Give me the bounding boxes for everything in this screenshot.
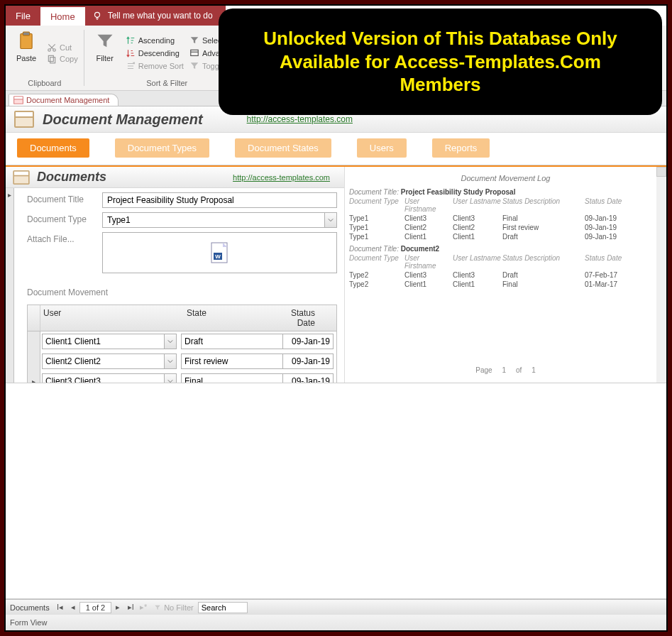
report-columns: Document TypeUser FirstnameUser Lastname…	[349, 197, 662, 213]
state-select[interactable]	[181, 353, 272, 369]
nav-last-button[interactable]: ▸I	[124, 601, 137, 614]
user-select[interactable]	[42, 373, 177, 383]
chevron-down-icon[interactable]	[324, 212, 337, 228]
svg-rect-15	[14, 171, 28, 175]
copy-icon	[47, 54, 57, 64]
form-title-icon	[14, 111, 34, 128]
tell-me-search[interactable]: Tell me what you want to do	[85, 6, 226, 26]
row-selector[interactable]: ▸	[28, 371, 40, 383]
svg-rect-7	[191, 50, 199, 55]
scroll-up-button[interactable]	[656, 167, 666, 177]
nav-filter-indicator: No Filter	[150, 603, 198, 612]
col-user[interactable]: User	[40, 305, 180, 331]
documents-icon	[13, 170, 30, 185]
form-footer-space	[6, 383, 666, 600]
form-title-link[interactable]: http://access-templates.com	[247, 114, 353, 124]
nav-counter: 1 of 2	[79, 602, 112, 613]
status-bar: Form View	[6, 615, 666, 630]
user-input[interactable]	[42, 353, 164, 369]
sort-asc-icon	[126, 35, 136, 45]
lightbulb-icon	[92, 11, 102, 21]
paste-button[interactable]: Paste	[11, 28, 41, 77]
nav-next-button[interactable]: ▸	[111, 601, 124, 614]
svg-rect-12	[16, 112, 33, 116]
attach-file-box[interactable]: W	[102, 232, 337, 273]
tell-me-label: Tell me what you want to do	[108, 11, 213, 21]
form-title: Document Management	[43, 111, 203, 128]
word-doc-icon: W	[210, 241, 230, 264]
filter-button[interactable]: Filter	[90, 28, 120, 77]
nav-tabs: Documents Document Types Document States…	[6, 133, 666, 165]
table-row: ▸	[28, 371, 336, 383]
nav-new-button[interactable]: ▸*	[137, 601, 150, 614]
remove-sort-button[interactable]: Remove Sort	[126, 61, 184, 71]
status-date-input[interactable]	[282, 334, 334, 349]
nav-prev-button[interactable]: ◂	[67, 601, 79, 614]
object-tab-document-management[interactable]: Document Management	[9, 94, 119, 106]
report-row: Type2Client3Client3Draft07-Feb-17	[349, 271, 662, 279]
nav-users[interactable]: Users	[357, 138, 407, 158]
sub-title: Documents	[37, 170, 106, 185]
user-select[interactable]	[42, 353, 177, 369]
report-row: Type2Client1Client1Final01-Mar-17	[349, 280, 662, 288]
nav-documents-label: Documents	[6, 603, 54, 612]
copy-button[interactable]: Copy	[47, 54, 78, 64]
nav-document-states[interactable]: Document States	[235, 138, 331, 158]
col-status-date[interactable]: Status Date	[270, 305, 336, 331]
documents-record-nav: Documents I◂ ◂ 1 of 2 ▸ ▸I ▸* No Filter	[6, 599, 666, 615]
chevron-down-icon[interactable]	[164, 353, 177, 369]
tab-file[interactable]: File	[6, 6, 40, 26]
form-icon	[13, 96, 23, 104]
report-title: Document Movement Log	[349, 170, 662, 184]
advanced-icon	[189, 48, 199, 58]
status-date-input[interactable]	[282, 373, 334, 383]
col-state[interactable]: State	[180, 305, 270, 331]
chevron-down-icon[interactable]	[164, 373, 177, 383]
table-row	[28, 331, 336, 351]
row-selector[interactable]	[28, 351, 40, 371]
sort-descending-button[interactable]: Descending	[126, 48, 184, 58]
status-date-input[interactable]	[282, 353, 334, 369]
nav-reports[interactable]: Reports	[432, 138, 490, 158]
clipboard-icon	[16, 31, 36, 51]
nav-documents[interactable]: Documents	[17, 138, 89, 158]
nav-document-types[interactable]: Document Types	[115, 138, 209, 158]
remove-sort-icon	[126, 61, 136, 71]
doc-type-input[interactable]	[102, 212, 324, 228]
sort-ascending-button[interactable]: Ascending	[126, 35, 184, 45]
svg-rect-2	[23, 32, 29, 35]
user-input[interactable]	[42, 334, 164, 349]
record-selector[interactable]: ▸	[6, 188, 14, 383]
selection-icon	[189, 35, 199, 45]
tab-home[interactable]: Home	[40, 6, 85, 26]
user-input[interactable]	[42, 373, 164, 383]
nav-search-input[interactable]	[198, 602, 248, 613]
report-panel: Document Movement Log Document Title: Pr…	[345, 167, 666, 383]
paste-label: Paste	[16, 54, 36, 62]
state-select[interactable]	[181, 334, 272, 349]
report-pager: Page 1 of 1	[475, 366, 536, 374]
sort-desc-icon	[126, 48, 136, 58]
svg-rect-5	[48, 55, 53, 61]
report-scrollbar[interactable]	[656, 167, 666, 383]
report-row: Type1Client3Client3Final09-Jan-19	[349, 214, 662, 222]
toggle-filter-icon	[189, 61, 199, 71]
state-input[interactable]	[181, 334, 294, 349]
form-header: Document Management http://access-templa…	[6, 106, 666, 165]
doc-type-select[interactable]	[102, 212, 337, 228]
state-select[interactable]	[181, 373, 272, 383]
row-selector[interactable]	[28, 331, 40, 351]
state-input[interactable]	[181, 353, 294, 369]
sub-title-link[interactable]: http://access-templates.com	[233, 173, 330, 182]
report-row: Type1Client1Client1Draft09-Jan-19	[349, 233, 662, 241]
user-select[interactable]	[42, 334, 177, 349]
doc-title-label: Document Title	[27, 192, 102, 204]
state-input[interactable]	[181, 373, 294, 383]
chevron-down-icon[interactable]	[164, 334, 177, 349]
svg-text:W: W	[215, 253, 221, 260]
svg-rect-10	[14, 99, 23, 103]
nav-first-button[interactable]: I◂	[54, 601, 67, 614]
cut-button[interactable]: Cut	[47, 43, 78, 53]
doc-title-input[interactable]	[102, 192, 337, 208]
promo-overlay: Unlocked Version of This Database Only A…	[219, 9, 662, 115]
